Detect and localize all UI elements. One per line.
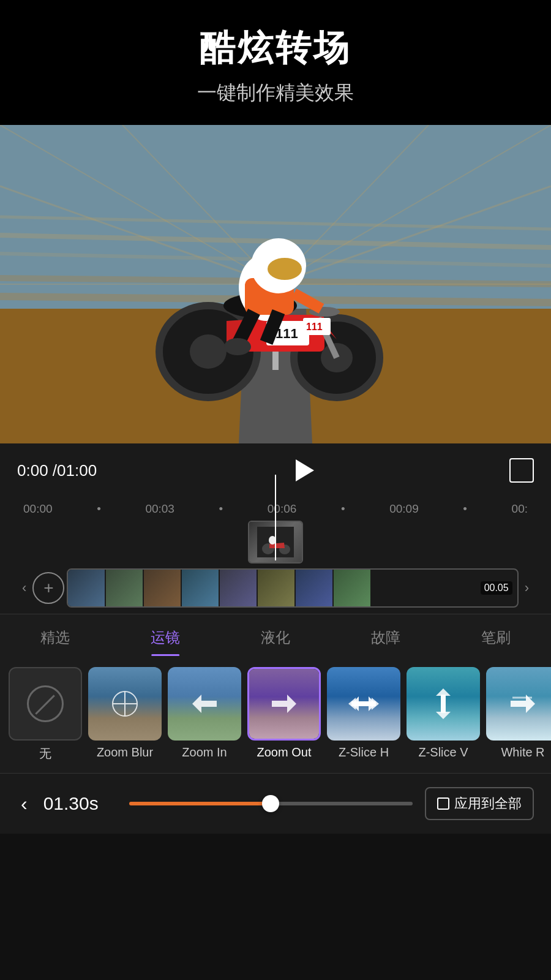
- effect-zoom-in-overlay: [168, 667, 241, 741]
- apply-all-label: 应用到全部: [454, 794, 522, 813]
- effect-white-r[interactable]: White R: [486, 667, 551, 762]
- effect-zoom-in-thumb: [168, 667, 241, 741]
- tab-glitch[interactable]: 故障: [362, 625, 409, 650]
- tab-featured[interactable]: 精选: [32, 625, 78, 650]
- effect-z-slice-v-overlay: [407, 667, 480, 741]
- back-button[interactable]: ‹: [17, 789, 31, 819]
- effect-z-slice-v-thumb: [407, 667, 480, 741]
- ruler-mark-3: •: [219, 502, 223, 516]
- checkbox-icon: [437, 797, 449, 810]
- timeline-section: 00:00 • 00:03 • 00:06 • 00:09 • 00:: [0, 497, 551, 614]
- time-display: 0:00 /01:00: [17, 461, 97, 480]
- add-clip-button[interactable]: +: [32, 572, 64, 604]
- play-button[interactable]: [287, 454, 319, 486]
- effect-z-slice-h-overlay: [327, 667, 400, 741]
- effect-white-r-thumb: [486, 667, 551, 741]
- page-subtitle: 一键制作精美效果: [12, 80, 539, 107]
- play-icon: [296, 459, 314, 481]
- effect-zoom-blur[interactable]: Zoom Blur: [88, 667, 162, 762]
- effect-zoom-blur-thumb: [88, 667, 162, 741]
- apply-all-button[interactable]: 应用到全部: [425, 787, 534, 820]
- ruler-mark-4: 00:06: [268, 502, 297, 516]
- svg-marker-46: [192, 695, 217, 713]
- no-effect-icon: [27, 685, 64, 722]
- effect-white-r-label: White R: [501, 745, 544, 760]
- page-title: 酷炫转场: [12, 24, 539, 72]
- clip-pointer: [271, 562, 280, 564]
- zoom-streaks: 111: [0, 125, 551, 443]
- film-frame-6: [258, 570, 294, 606]
- effect-zoom-in-label: Zoom In: [182, 745, 227, 760]
- filmstrip-prev-arrow[interactable]: ‹: [18, 580, 30, 596]
- film-frame-4: [182, 570, 219, 606]
- svg-point-18: [190, 334, 227, 369]
- effect-z-slice-h-thumb: [327, 667, 400, 741]
- svg-point-31: [268, 258, 302, 280]
- film-frame-5: [220, 570, 257, 606]
- film-frame-7: [296, 570, 332, 606]
- tab-brush[interactable]: 笔刷: [473, 625, 519, 650]
- tab-liquify[interactable]: 液化: [252, 625, 299, 650]
- effect-white-r-overlay: [486, 667, 551, 741]
- playhead-line: [275, 475, 276, 560]
- bottom-bar: ‹ 01.30s 应用到全部: [0, 773, 551, 834]
- fullscreen-button[interactable]: [509, 458, 534, 483]
- ruler-mark-2: 00:03: [145, 502, 174, 516]
- effect-none[interactable]: 无: [9, 667, 82, 762]
- film-frame-8: [334, 570, 370, 606]
- effect-z-slice-v[interactable]: Z-Slice V: [407, 667, 480, 762]
- tabs-section: 精选 运镜 液化 故障 笔刷 无: [0, 614, 551, 773]
- effect-zoom-in[interactable]: Zoom In: [168, 667, 241, 762]
- filmstrip[interactable]: 00.05: [67, 568, 518, 608]
- effects-row: 无 Zoom Blur: [0, 656, 551, 773]
- effect-z-slice-v-label: Z-Slice V: [418, 745, 468, 760]
- tabs-row: 精选 运镜 液化 故障 笔刷: [0, 614, 551, 656]
- film-frame-1: [68, 570, 105, 606]
- film-frame-3: [144, 570, 181, 606]
- svg-marker-47: [272, 695, 296, 713]
- effect-zoom-out-overlay: [249, 669, 319, 739]
- ruler-mark-5: •: [341, 502, 345, 516]
- effect-none-label: 无: [39, 745, 51, 762]
- timeline-track[interactable]: ‹ + 00.05 ›: [0, 521, 551, 608]
- header-section: 酷炫转场 一键制作精美效果: [0, 0, 551, 125]
- ruler-mark-0: 00:00: [23, 502, 53, 516]
- slider-thumb[interactable]: [262, 795, 279, 812]
- ruler-mark-1: •: [97, 502, 101, 516]
- tab-camera[interactable]: 运镜: [142, 625, 189, 650]
- effect-none-thumb: [9, 667, 82, 741]
- effect-zoom-out-label: Zoom Out: [257, 745, 312, 760]
- svg-text:111: 111: [306, 322, 323, 332]
- effect-z-slice-h-label: Z-Slice H: [339, 745, 389, 760]
- duration-display: 01.30s: [43, 793, 117, 814]
- clip-thumbnail-area: [12, 521, 539, 564]
- video-preview: 111: [0, 125, 551, 443]
- effect-zoom-out-thumb: [247, 667, 321, 741]
- filmstrip-timestamp: 00.05: [481, 581, 512, 595]
- filmstrip-next-arrow[interactable]: ›: [521, 580, 533, 596]
- svg-point-35: [224, 338, 251, 355]
- effect-zoom-out[interactable]: Zoom Out: [247, 667, 321, 762]
- effect-z-slice-h[interactable]: Z-Slice H: [327, 667, 400, 762]
- ruler-mark-6: 00:09: [389, 502, 419, 516]
- ruler-mark-7: •: [463, 502, 467, 516]
- effect-zoom-blur-overlay: [88, 667, 162, 741]
- ruler-mark-8: 00:: [512, 502, 528, 516]
- duration-slider[interactable]: [129, 802, 413, 805]
- svg-marker-53: [436, 695, 451, 719]
- effect-zoom-blur-label: Zoom Blur: [97, 745, 153, 760]
- film-frame-2: [106, 570, 143, 606]
- filmstrip-container: ‹ + 00.05 ›: [12, 568, 539, 608]
